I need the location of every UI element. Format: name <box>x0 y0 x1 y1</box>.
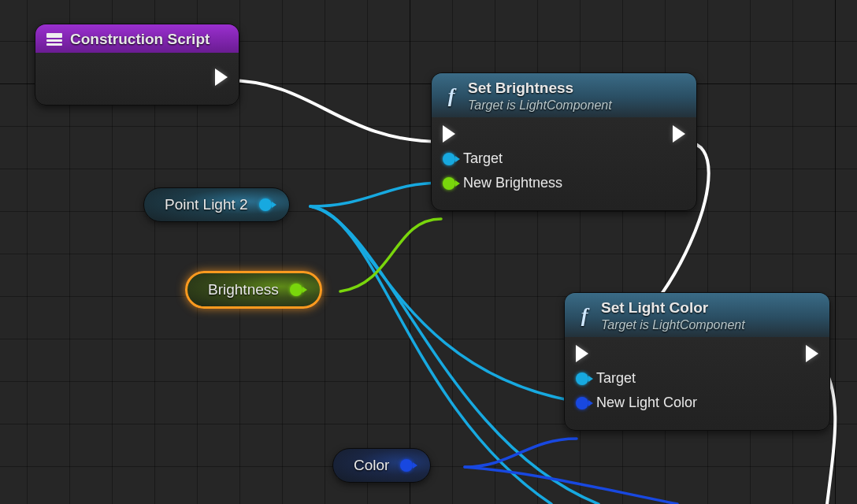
exec-output-pin[interactable] <box>215 69 228 86</box>
variable-output-pin[interactable] <box>290 284 302 296</box>
node-header[interactable]: f Set Light Color Target is LightCompone… <box>565 293 829 337</box>
pin-target[interactable] <box>576 372 588 385</box>
node-subtitle: Target is LightComponent <box>601 318 745 332</box>
exec-output-pin[interactable] <box>806 345 818 362</box>
variable-output-pin[interactable] <box>259 198 272 211</box>
pin-new-brightness[interactable] <box>443 177 455 190</box>
node-subtitle: Target is LightComponent <box>468 98 612 113</box>
variable-output-pin[interactable] <box>400 459 413 472</box>
node-header[interactable]: f Set Brightness Target is LightComponen… <box>432 73 696 117</box>
node-set-brightness[interactable]: f Set Brightness Target is LightComponen… <box>431 72 697 211</box>
variable-brightness[interactable]: Brightness <box>185 271 322 309</box>
node-construction-script[interactable]: Construction Script <box>35 24 239 106</box>
exec-input-pin[interactable] <box>443 125 455 143</box>
pin-label: New Brightness <box>463 175 562 191</box>
variable-color[interactable]: Color <box>332 448 431 483</box>
pin-new-light-color[interactable] <box>576 397 588 410</box>
pin-label: Target <box>596 370 636 387</box>
event-icon <box>46 33 62 46</box>
pin-label: Target <box>463 150 503 167</box>
node-title: Set Brightness <box>468 80 612 97</box>
node-title: Construction Script <box>70 31 210 48</box>
pin-label: New Light Color <box>596 395 697 411</box>
variable-label: Brightness <box>208 281 279 298</box>
node-header[interactable]: Construction Script <box>35 24 239 53</box>
function-icon: f <box>576 306 593 326</box>
node-title: Set Light Color <box>601 299 745 317</box>
variable-label: Point Light 2 <box>165 196 248 213</box>
variable-point-light-2[interactable]: Point Light 2 <box>143 187 290 222</box>
exec-output-pin[interactable] <box>673 125 685 143</box>
pin-target[interactable] <box>443 153 455 165</box>
node-set-light-color[interactable]: f Set Light Color Target is LightCompone… <box>564 292 830 431</box>
exec-input-pin[interactable] <box>576 345 588 362</box>
variable-label: Color <box>354 457 389 474</box>
function-icon: f <box>443 86 460 106</box>
